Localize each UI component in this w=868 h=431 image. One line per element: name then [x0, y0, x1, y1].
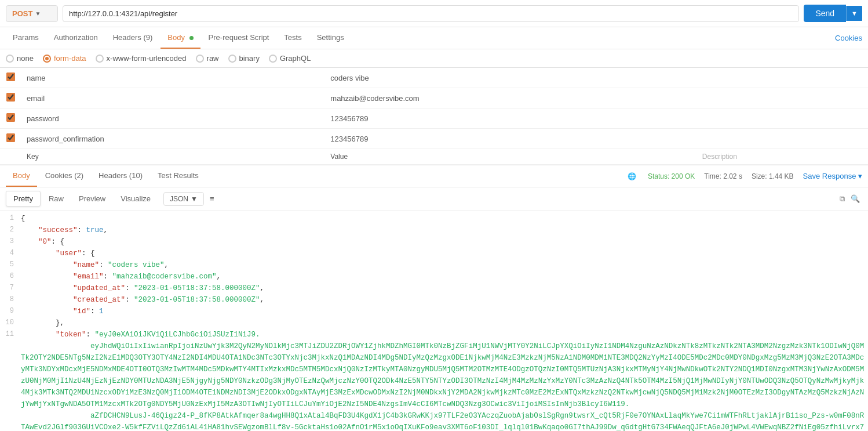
- globe-icon: 🌐: [628, 172, 636, 180]
- row-description: [696, 108, 868, 129]
- form-table: name coders vibe email mahzaib@codersvib…: [0, 68, 868, 165]
- row-checkbox[interactable]: [6, 73, 15, 81]
- row-key: email: [21, 88, 324, 108]
- line-number: 2: [0, 224, 21, 236]
- code-line: 5 "name": "coders vibe",: [0, 259, 868, 271]
- line-number: 9: [0, 306, 21, 317]
- row-key: password: [21, 108, 324, 129]
- cookies-link[interactable]: Cookies: [835, 34, 862, 42]
- tab-headers[interactable]: Headers (9): [106, 27, 160, 49]
- code-line: 4 "user": {: [0, 248, 868, 259]
- response-area: 1{2 "success": true,3 "0": {4 "user": {5…: [0, 211, 868, 431]
- response-tabs-row: Body Cookies (2) Headers (10) Test Resul…: [0, 165, 868, 187]
- response-tab-cookies[interactable]: Cookies (2): [38, 165, 90, 187]
- tab-tests[interactable]: Tests: [277, 27, 308, 49]
- tab-params[interactable]: Params: [6, 27, 46, 49]
- tab-pre-request[interactable]: Pre-request Script: [202, 27, 276, 49]
- code-line: 2 "success": true,: [0, 224, 868, 236]
- line-content: "created_at": "2023-01-05T18:37:58.00000…: [21, 294, 868, 306]
- status-size: Size: 1.44 KB: [752, 172, 794, 180]
- radio-raw[interactable]: raw: [196, 54, 219, 63]
- url-input[interactable]: [63, 5, 799, 22]
- form-row: name coders vibe: [0, 68, 868, 88]
- line-number: 4: [0, 248, 21, 259]
- line-number: 7: [0, 282, 21, 294]
- row-key: password_confirmation: [21, 129, 324, 149]
- code-line: 8 "created_at": "2023-01-05T18:37:58.000…: [0, 294, 868, 306]
- value-header: Value: [324, 149, 696, 165]
- line-content: "0": {: [21, 236, 868, 248]
- radio-raw-dot: [196, 55, 204, 63]
- line-number: 11: [0, 329, 21, 340]
- search-icon[interactable]: 🔍: [848, 192, 862, 205]
- status-ok: Status: 200 OK: [648, 172, 695, 180]
- send-dropdown-button[interactable]: ▼: [846, 6, 862, 21]
- tab-body[interactable]: Body: [161, 27, 200, 49]
- radio-urlencoded-dot: [96, 55, 104, 63]
- radio-none-dot: [6, 55, 14, 63]
- row-key: name: [21, 68, 324, 88]
- row-checkbox[interactable]: [6, 133, 15, 142]
- format-tab-pretty[interactable]: Pretty: [6, 191, 41, 207]
- send-button[interactable]: Send: [804, 5, 846, 22]
- key-header: Key: [21, 149, 324, 165]
- radio-graphql-dot: [269, 55, 277, 63]
- response-tab-headers[interactable]: Headers (10): [92, 165, 149, 187]
- radio-binary[interactable]: binary: [228, 54, 260, 63]
- status-info: 🌐 Status: 200 OK Time: 2.02 s Size: 1.44…: [628, 172, 862, 180]
- radio-binary-dot: [228, 55, 236, 63]
- line-content: "id": 1: [21, 306, 868, 317]
- line-content: "updated_at": "2023-01-05T18:37:58.00000…: [21, 282, 868, 294]
- method-chevron-icon: ▼: [35, 10, 41, 17]
- line-content: "user": {: [21, 248, 868, 259]
- radio-form-data-dot: [43, 55, 51, 63]
- tab-settings[interactable]: Settings: [310, 27, 351, 49]
- form-row: email mahzaib@codersvibe.com: [0, 88, 868, 108]
- line-content: "email": "mahzaib@codersvibe.com",: [21, 271, 868, 282]
- line-content: "token": "eyJ0eXAiOiJKV1QiLCJhbGciOiJSUz…: [21, 329, 868, 431]
- status-time: Time: 2.02 s: [704, 172, 742, 180]
- save-response-button[interactable]: Save Response ▾: [803, 172, 862, 180]
- format-tab-visualize[interactable]: Visualize: [114, 191, 158, 206]
- send-button-group: Send ▼: [804, 5, 862, 22]
- radio-graphql[interactable]: GraphQL: [269, 54, 311, 63]
- line-content: {: [21, 213, 868, 224]
- json-format-selector[interactable]: JSON ▼: [163, 192, 204, 206]
- format-tab-raw[interactable]: Raw: [42, 191, 71, 206]
- code-line: 9 "id": 1: [0, 306, 868, 317]
- request-tabs: Params Authorization Headers (9) Body Pr…: [0, 27, 868, 49]
- radio-form-data[interactable]: form-data: [43, 54, 86, 63]
- code-line: 7 "updated_at": "2023-01-05T18:37:58.000…: [0, 282, 868, 294]
- response-tab-body[interactable]: Body: [6, 165, 37, 187]
- row-checkbox[interactable]: [6, 113, 15, 122]
- row-description: [696, 129, 868, 149]
- filter-icon[interactable]: ≡: [210, 194, 214, 203]
- body-type-row: none form-data x-www-form-urlencoded raw…: [0, 49, 868, 68]
- method-selector[interactable]: POST ▼: [6, 5, 58, 22]
- radio-none[interactable]: none: [6, 54, 34, 63]
- line-content: "success": true,: [21, 224, 868, 236]
- url-bar: POST ▼ Send ▼: [0, 0, 868, 27]
- format-tab-preview[interactable]: Preview: [72, 191, 112, 206]
- row-checkbox[interactable]: [6, 93, 15, 102]
- response-tab-test-results[interactable]: Test Results: [151, 165, 206, 187]
- line-number: 10: [0, 317, 21, 328]
- copy-icon[interactable]: ⧉: [837, 192, 847, 206]
- row-description: [696, 68, 868, 88]
- tab-authorization[interactable]: Authorization: [47, 27, 105, 49]
- json-chevron-icon: ▼: [191, 195, 198, 203]
- line-number: 6: [0, 271, 21, 282]
- form-row: password_confirmation 123456789: [0, 129, 868, 149]
- code-line: 1{: [0, 213, 868, 224]
- line-number: 8: [0, 294, 21, 305]
- row-value: coders vibe: [324, 68, 696, 88]
- code-area[interactable]: 1{2 "success": true,3 "0": {4 "user": {5…: [0, 211, 868, 431]
- code-line: 11 "token": "eyJ0eXAiOiJKV1QiLCJhbGciOiJ…: [0, 329, 868, 431]
- line-number: 5: [0, 259, 21, 270]
- method-label: POST: [12, 9, 32, 18]
- code-line: 6 "email": "mahzaib@codersvibe.com",: [0, 271, 868, 282]
- row-value: 123456789: [324, 108, 696, 129]
- radio-urlencoded[interactable]: x-www-form-urlencoded: [96, 54, 187, 63]
- line-content: },: [21, 317, 868, 329]
- code-line: 3 "0": {: [0, 236, 868, 248]
